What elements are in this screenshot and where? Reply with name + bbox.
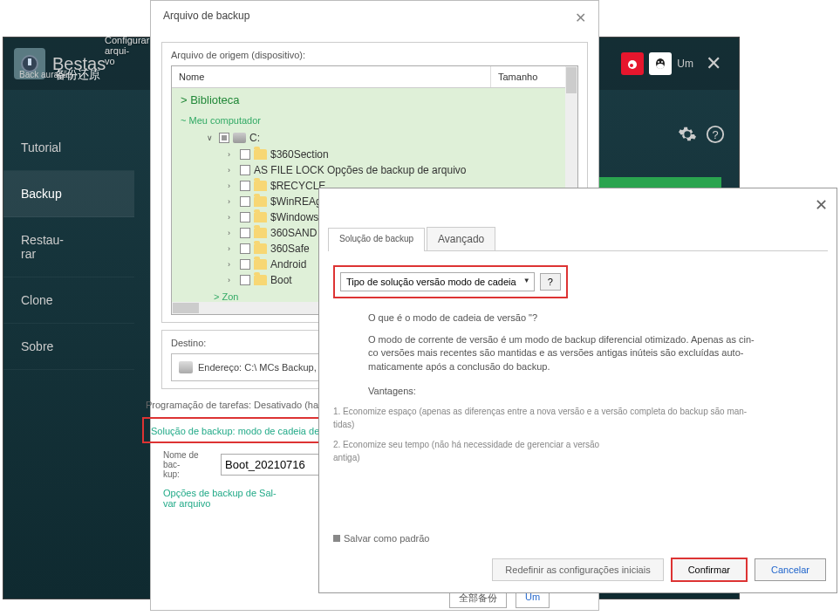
advantage-1: 1. Economize espaço (apenas as diferença…	[333, 405, 823, 431]
folder-label: $WinREAg	[270, 195, 322, 208]
folder-icon	[254, 149, 267, 160]
close-icon[interactable]: ✕	[575, 10, 586, 26]
checkbox[interactable]	[240, 259, 250, 270]
advantages-heading: Vantagens:	[368, 386, 761, 396]
save-default-label: Salvar como padrão	[344, 533, 429, 544]
tree-mycomputer[interactable]: ~ Meu computador	[172, 112, 577, 129]
chevron-right-icon[interactable]: ›	[228, 229, 236, 237]
chevron-down-icon[interactable]: ∨	[207, 133, 215, 142]
chevron-right-icon[interactable]: ›	[228, 276, 236, 284]
app-subtitle-extra: Back auração	[19, 70, 72, 79]
folder-label: 360SAND	[270, 227, 317, 239]
sidebar: Tutorial Backup Restau- rar Clone Sobre	[3, 125, 134, 370]
sidebar-item-label: Clone	[21, 293, 53, 307]
chevron-right-icon[interactable]: ›	[228, 166, 236, 175]
folder-icon	[254, 228, 267, 238]
folder-icon	[254, 259, 267, 270]
help-button[interactable]: ?	[540, 273, 561, 291]
backup-name-label: Nome de bac- kup:	[163, 450, 215, 479]
select-value: Tipo de solução versão modo de cadeia	[346, 277, 516, 287]
description-question: O que é o modo de cadeia de versão "?	[368, 312, 761, 323]
drive-icon	[179, 361, 193, 373]
checkbox-icon	[333, 535, 340, 542]
description-text: O modo de corrente de versão é um modo d…	[368, 333, 761, 373]
qq-icon[interactable]	[649, 52, 672, 75]
folder-label: $RECYCLE	[270, 180, 325, 192]
col-size[interactable]: Tamanho	[490, 66, 577, 87]
dialog-title: Arquivo de backup	[163, 10, 249, 26]
folder-label: $360Section	[270, 148, 329, 161]
tab-advanced[interactable]: Avançado	[427, 227, 495, 250]
folder-icon	[254, 212, 267, 222]
checkbox[interactable]	[240, 212, 250, 222]
sidebar-item-about[interactable]: Sobre	[3, 324, 134, 370]
tree-folder[interactable]: ›$360Section	[172, 147, 577, 162]
tab-label: Avançado	[438, 233, 484, 245]
scrollbar-thumb[interactable]	[173, 303, 199, 313]
col-name[interactable]: Nome	[172, 66, 490, 87]
tab-label: Solução de backup	[339, 234, 413, 243]
tab-backup-solution[interactable]: Solução de backup	[328, 228, 425, 251]
svg-point-5	[657, 64, 664, 69]
chevron-right-icon[interactable]: ›	[228, 197, 236, 206]
drive-icon	[233, 133, 246, 143]
sidebar-item-label: Sobre	[21, 339, 53, 353]
folder-icon	[254, 275, 267, 285]
svg-text:?: ?	[712, 128, 718, 141]
solution-row-highlight: Tipo de solução versão modo de cadeia ?	[333, 265, 568, 298]
svg-point-6	[658, 61, 659, 63]
drive-label: C:	[249, 132, 260, 144]
chevron-right-icon[interactable]: ›	[228, 150, 236, 159]
close-icon[interactable]: ✕	[815, 195, 828, 215]
sidebar-item-label: Restau- rar	[21, 233, 64, 261]
reset-button[interactable]: Redefinir as configurações iniciais	[492, 558, 663, 581]
chevron-right-icon[interactable]: ›	[228, 260, 236, 269]
confirm-button[interactable]: Confirmar	[671, 558, 748, 582]
folder-icon	[254, 243, 267, 254]
cancel-button[interactable]: Cancelar	[755, 558, 826, 581]
solution-type-select[interactable]: Tipo de solução versão modo de cadeia	[340, 272, 535, 291]
sidebar-item-label: Tutorial	[21, 140, 61, 154]
sidebar-item-label: Backup	[21, 187, 62, 201]
chevron-right-icon[interactable]: ›	[228, 181, 236, 190]
checkbox[interactable]	[240, 228, 250, 238]
sidebar-item-restore[interactable]: Restau- rar	[3, 217, 134, 277]
sidebar-item-tutorial[interactable]: Tutorial	[3, 125, 134, 171]
checkbox[interactable]	[240, 275, 250, 285]
svg-point-3	[630, 64, 633, 67]
tree-drive-c[interactable]: ∨ C:	[172, 129, 577, 147]
help-icon[interactable]: ?	[706, 125, 725, 144]
folder-label: Android	[270, 258, 306, 270]
save-default-checkbox[interactable]: Salvar como padrão	[333, 533, 429, 544]
tree-folder[interactable]: ›AS FILE LOCK Opções de backup de arquiv…	[172, 162, 577, 178]
destination-value: Endereço: C:\ MCs Backup,	[198, 362, 317, 373]
scrollbar-thumb[interactable]	[566, 67, 577, 93]
checkbox[interactable]	[240, 165, 250, 175]
chevron-right-icon[interactable]: ›	[228, 244, 236, 253]
gear-icon[interactable]	[678, 125, 697, 144]
checkbox[interactable]	[240, 196, 250, 207]
source-label: Arquivo de origem (dispositivo):	[171, 50, 578, 60]
checkbox[interactable]	[240, 181, 250, 191]
tree-library[interactable]: > Biblioteca	[172, 88, 577, 112]
weibo-icon[interactable]	[621, 52, 644, 75]
sidebar-item-clone[interactable]: Clone	[3, 277, 134, 324]
checkbox[interactable]	[240, 243, 250, 254]
options-dialog: ✕ Solução de backup Avançado Tipo de sol…	[318, 188, 837, 593]
tabs: Solução de backup Avançado	[328, 227, 828, 251]
folder-icon	[254, 181, 267, 191]
checkbox[interactable]	[240, 149, 250, 160]
folder-label: 360Safe	[270, 243, 310, 255]
folder-label: $Windows	[270, 211, 318, 223]
folder-icon	[254, 196, 267, 207]
chevron-right-icon[interactable]: ›	[228, 213, 236, 222]
sidebar-item-backup[interactable]: Backup	[3, 171, 134, 217]
advantage-2: 2. Economize seu tempo (não há necessida…	[333, 438, 823, 464]
app-close-icon[interactable]: ✕	[699, 52, 728, 75]
checkbox-mixed[interactable]	[219, 133, 229, 143]
svg-point-7	[661, 61, 663, 63]
folder-label: AS FILE LOCK Opções de backup de arquivo	[254, 164, 466, 176]
folder-label: Boot	[270, 274, 292, 286]
tree-header: Nome Tamanho	[172, 66, 577, 88]
tray-label: Um	[677, 58, 693, 70]
